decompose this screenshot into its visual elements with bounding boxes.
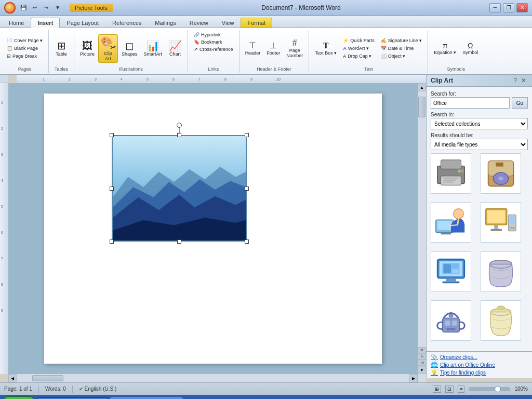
signature-line-button[interactable]: ✍ Signature Line ▾ <box>378 37 425 44</box>
view-full-button[interactable]: ⊡ <box>445 385 454 393</box>
document-canvas[interactable] <box>8 83 418 374</box>
rotation-handle[interactable] <box>177 123 182 128</box>
tab-home[interactable]: Home <box>2 18 31 28</box>
save-qa-button[interactable]: 💾 <box>19 3 28 12</box>
clipart-thumb-7[interactable] <box>431 300 471 341</box>
clipart-thumb-4[interactable] <box>481 202 521 243</box>
clipart-thumb-1[interactable] <box>431 153 471 194</box>
handle-bottom-right[interactable] <box>245 240 249 244</box>
start-button[interactable]: ⊞ start <box>2 396 35 399</box>
scroll-left-button[interactable]: ◀ <box>8 374 17 382</box>
minimize-button[interactable]: ─ <box>489 3 501 12</box>
handle-middle-left[interactable] <box>110 187 114 191</box>
handle-top-left[interactable] <box>110 133 114 137</box>
tab-format[interactable]: Format <box>241 18 272 28</box>
search-go-button[interactable]: Go <box>512 97 528 109</box>
shapes-button[interactable]: ◻ Shapes <box>119 39 140 58</box>
clip-art-button[interactable]: 🎨 ✂ ClipArt <box>98 34 118 63</box>
symbol-button[interactable]: Ω Symbol <box>460 41 481 57</box>
svg-text:9: 9 <box>250 77 252 81</box>
clipart-thumb-6[interactable] <box>481 251 521 292</box>
clipart-thumb-2[interactable] <box>481 153 521 194</box>
panel-help-button[interactable]: ? <box>512 77 518 84</box>
header-button[interactable]: ⊤ Header <box>243 40 263 57</box>
status-sep-1 <box>38 385 39 393</box>
svg-rect-46 <box>487 210 505 223</box>
tab-mailings[interactable]: Mailings <box>148 18 182 28</box>
image-container[interactable] <box>112 135 247 242</box>
ruler-row: 1 2 3 4 5 6 7 8 9 10 <box>0 75 426 83</box>
object-button[interactable]: ⬜ Object ▾ <box>378 52 425 60</box>
clipart-thumb-8[interactable] <box>481 300 521 341</box>
search-in-select[interactable]: Selected collections All collections <box>431 118 528 129</box>
page-break-button[interactable]: ⊟ Page Break <box>4 52 45 60</box>
quick-parts-button[interactable]: ⚡ Quick Parts <box>340 37 377 44</box>
zoom-thumb[interactable] <box>495 386 501 392</box>
view-outline-button[interactable]: ≡ <box>458 385 464 393</box>
scroll-down-button[interactable]: ▼ <box>418 366 426 374</box>
clipart-thumb-5[interactable] <box>431 251 471 292</box>
smartart-button[interactable]: 📊 SmartArt <box>141 39 165 58</box>
tab-page-layout[interactable]: Page Layout <box>60 18 105 28</box>
cross-reference-button[interactable]: ↗ Cross-reference <box>191 46 236 53</box>
footer-button[interactable]: ⊥ Footer <box>264 40 283 57</box>
picture-button[interactable]: 🖼 Picture <box>77 39 97 58</box>
restore-button[interactable]: ❐ <box>503 3 514 12</box>
view-btn-2[interactable]: ▷ <box>418 353 426 360</box>
vertical-scrollbar[interactable]: ▲ ⊙ ▷ ◁ ▼ <box>418 83 426 374</box>
blank-page-icon: 📋 <box>7 46 12 51</box>
svg-text:5: 5 <box>147 77 149 81</box>
table-button[interactable]: ⊞ Table <box>52 39 71 58</box>
view-normal-button[interactable]: ⊞ <box>433 385 441 393</box>
svg-point-32 <box>458 169 461 172</box>
handle-bottom-left[interactable] <box>110 240 114 244</box>
panel-close-button[interactable]: ✕ <box>520 77 528 84</box>
handle-bottom-center[interactable] <box>177 240 181 244</box>
close-button[interactable]: ✕ <box>516 3 528 12</box>
svg-text:5: 5 <box>1 205 3 208</box>
online-clips-link[interactable]: 🌐 Clip art on Office Online <box>431 362 528 368</box>
cover-page-button[interactable]: 📄 Cover Page ▾ <box>4 37 45 44</box>
horizontal-scrollbar[interactable]: ◀ ▶ <box>8 374 418 382</box>
document-page <box>44 94 382 364</box>
handle-top-right[interactable] <box>245 133 249 137</box>
chart-button[interactable]: 📈 Chart <box>166 39 184 58</box>
tab-review[interactable]: Review <box>183 18 215 28</box>
handle-top-center[interactable] <box>177 133 181 137</box>
organize-clips-link[interactable]: 📎 Organize clips... <box>431 354 528 361</box>
dropdown-qa-button[interactable]: ▼ <box>53 3 62 12</box>
tab-insert[interactable]: Insert <box>31 18 60 28</box>
office-orb-icon[interactable] <box>4 2 16 14</box>
tab-view[interactable]: View <box>215 18 241 28</box>
view-btn-1[interactable]: ⊙ <box>418 347 426 353</box>
equation-button[interactable]: π Equation ▾ <box>431 41 459 57</box>
redo-qa-button[interactable]: ↪ <box>42 3 51 12</box>
tips-link[interactable]: 💡 Tips for finding clips <box>431 369 528 376</box>
bookmark-button[interactable]: 🔖 Bookmark <box>191 38 225 46</box>
undo-qa-button[interactable]: ↩ <box>30 3 39 12</box>
page-number-button[interactable]: # PageNumber <box>284 37 305 60</box>
scroll-thumb-horizontal[interactable] <box>32 375 63 381</box>
drop-cap-button[interactable]: A Drop Cap ▾ <box>340 52 377 60</box>
view-btn-3[interactable]: ◁ <box>418 360 426 366</box>
search-input[interactable] <box>431 97 510 109</box>
scroll-track-vertical[interactable] <box>418 91 426 347</box>
text-box-button[interactable]: 𝐓 Text Box ▾ <box>312 40 339 57</box>
date-time-button[interactable]: 📅 Date & Time <box>378 45 425 52</box>
hyperlink-button[interactable]: 🔗 Hyperlink <box>191 31 223 38</box>
scroll-track-horizontal[interactable] <box>17 374 409 382</box>
word-art-button[interactable]: A WordArt ▾ <box>340 45 377 52</box>
svg-rect-30 <box>443 180 456 181</box>
zoom-slider[interactable] <box>469 387 510 391</box>
blank-page-button[interactable]: 📋 Blank Page <box>4 45 45 52</box>
svg-rect-31 <box>443 182 453 183</box>
scroll-right-button[interactable]: ▶ <box>409 374 418 382</box>
scroll-thumb-vertical[interactable] <box>418 97 425 117</box>
clipart-thumb-3[interactable] <box>431 202 471 243</box>
bookmark-label: Bookmark <box>201 39 222 45</box>
tab-references[interactable]: References <box>105 18 148 28</box>
svg-text:4: 4 <box>121 77 123 81</box>
results-select[interactable]: All media file types Clip art only Photo… <box>431 139 528 150</box>
scroll-up-button[interactable]: ▲ <box>418 83 426 91</box>
handle-middle-right[interactable] <box>245 187 249 191</box>
